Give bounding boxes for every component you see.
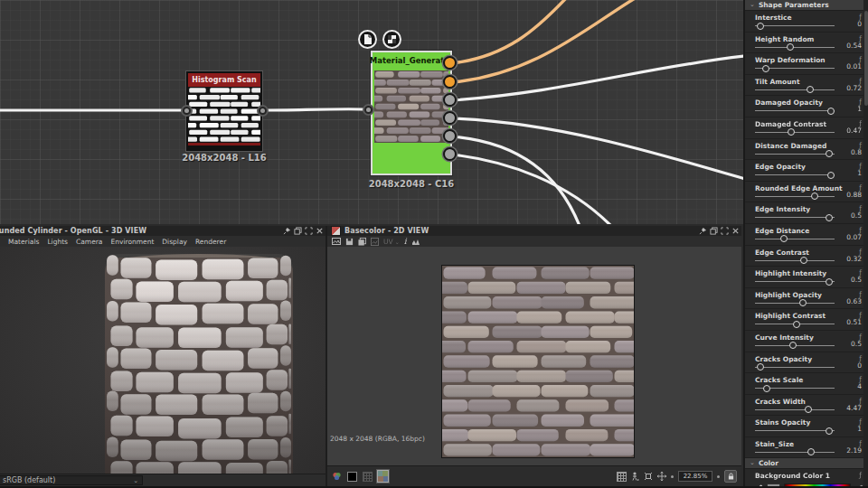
material-generator-input-connector[interactable] [363, 104, 374, 116]
slider-knob[interactable] [789, 342, 797, 349]
param-slider[interactable] [755, 341, 835, 350]
menu-lights[interactable]: Lights [47, 238, 68, 246]
slider-knob[interactable] [793, 321, 800, 328]
panel-scrollbar[interactable] [863, 0, 868, 488]
slider-knob[interactable] [787, 43, 794, 51]
histogram-scan-output-connector[interactable] [257, 105, 269, 117]
export-image-icon[interactable] [332, 237, 341, 246]
histogram-scan-input-connector[interactable] [181, 105, 193, 117]
param-slider[interactable] [755, 170, 835, 179]
slider-knob[interactable] [805, 406, 812, 413]
slider-knob[interactable] [763, 385, 770, 392]
3d-view-header[interactable]: Rounded Cylinder - OpenGL - 3D VIEW [0, 226, 326, 236]
param-slider[interactable] [755, 192, 835, 201]
node-material-generator[interactable]: Material_Generator [371, 51, 452, 175]
param-slider[interactable] [755, 319, 835, 328]
param-slider[interactable] [755, 298, 835, 307]
pin-icon[interactable] [699, 227, 707, 235]
param-slider[interactable] [755, 85, 835, 94]
menu-camera[interactable]: Camera [76, 238, 102, 246]
menu-display[interactable]: Display [162, 238, 187, 246]
param-slider[interactable] [755, 256, 835, 265]
slider-knob[interactable] [807, 86, 814, 93]
pose-icon[interactable] [631, 472, 639, 481]
zoom-out-button[interactable] [671, 475, 674, 478]
2d-viewport[interactable]: 2048 x 2048 (RGBA, 16bpc) [327, 247, 741, 465]
param-slider[interactable] [755, 405, 835, 414]
uv-dropdown[interactable]: UV⌄ [383, 237, 400, 246]
slider-knob[interactable] [800, 257, 807, 264]
param-slider[interactable] [755, 426, 835, 435]
material-generator-output-ao[interactable] [443, 147, 457, 161]
2d-view-header[interactable]: Basecolor - 2D VIEW [327, 226, 741, 236]
param-slider[interactable] [755, 447, 835, 456]
node-material-generator-thumbnail[interactable] [374, 70, 448, 143]
param-slider[interactable] [755, 362, 835, 371]
node-graph-canvas[interactable]: Histogram Scan 2048x2048 - L16 Material_… [0, 0, 743, 224]
function-icon[interactable]: ƒ [859, 471, 862, 479]
material-generator-output-basecolor[interactable] [443, 56, 457, 70]
close-icon[interactable] [731, 227, 740, 235]
close-icon[interactable] [316, 227, 324, 235]
slider-knob[interactable] [827, 172, 835, 179]
param-slider[interactable] [755, 21, 835, 30]
node-histogram-scan-thumbnail[interactable] [188, 87, 260, 143]
slider-knob[interactable] [826, 427, 833, 435]
section-color[interactable]: ⌄ Color [745, 458, 868, 469]
section-shape-parameters[interactable]: ⌄ Shape Parameters [745, 0, 868, 11]
slider-knob[interactable] [757, 23, 764, 30]
lock-zoom-icon[interactable] [724, 470, 737, 483]
rgb-channels-icon[interactable] [331, 471, 343, 482]
document-badge-icon[interactable] [358, 30, 377, 49]
material-generator-output-height[interactable] [443, 129, 457, 143]
info-icon[interactable]: i [404, 237, 407, 246]
scrollbar-thumb[interactable] [864, 11, 868, 106]
maximize-icon[interactable] [305, 227, 313, 235]
slider-knob[interactable] [826, 214, 833, 221]
float-window-icon[interactable] [710, 227, 718, 235]
float-window-icon[interactable] [294, 227, 302, 235]
param-slider[interactable] [755, 63, 835, 72]
slider-knob[interactable] [788, 128, 795, 136]
pin-icon[interactable] [283, 227, 291, 235]
copy-image-icon[interactable] [358, 237, 366, 246]
param-slider[interactable] [755, 383, 835, 392]
pixel-grid-icon[interactable] [617, 472, 627, 481]
param-slider[interactable] [755, 106, 835, 115]
slider-knob[interactable] [826, 150, 833, 157]
param-slider[interactable] [755, 127, 835, 136]
fit-view-icon[interactable] [644, 472, 653, 481]
slider-knob[interactable] [807, 448, 815, 455]
tiling-toggle-icon[interactable] [377, 471, 389, 482]
zoom-level-field[interactable]: 22.85% [678, 471, 712, 482]
node-histogram-scan[interactable]: Histogram Scan [186, 71, 262, 151]
param-slider[interactable] [755, 149, 835, 158]
slider-knob[interactable] [757, 363, 764, 371]
colorspace-dropdown[interactable]: sRGB (default) ⌄ [0, 475, 143, 485]
grid-toggle-icon[interactable] [362, 471, 373, 482]
param-slider[interactable] [755, 212, 835, 221]
menu-materials[interactable]: Materials [8, 238, 39, 246]
param-slider[interactable] [755, 234, 835, 243]
menu-renderer[interactable]: Renderer [195, 238, 226, 246]
maximize-icon[interactable] [721, 227, 729, 235]
save-image-icon[interactable] [345, 237, 354, 246]
material-generator-output-normal[interactable] [443, 75, 457, 89]
checker-badge-icon[interactable] [382, 30, 401, 49]
node-histogram-scan-header[interactable]: Histogram Scan [188, 73, 260, 87]
pan-icon[interactable] [657, 472, 666, 481]
histogram-icon[interactable] [411, 237, 420, 246]
menu-environment[interactable]: Environment [110, 238, 154, 246]
param-slider[interactable] [755, 277, 835, 286]
slider-knob[interactable] [799, 299, 807, 306]
slider-knob[interactable] [826, 278, 833, 286]
slider-knob[interactable] [780, 235, 788, 242]
slider-knob[interactable] [827, 108, 835, 115]
param-slider[interactable] [755, 42, 835, 52]
material-generator-output-roughness[interactable] [443, 93, 457, 107]
zoom-in-button[interactable] [717, 475, 720, 478]
material-generator-output-metallic[interactable] [443, 111, 457, 125]
alpha-channel-icon[interactable] [346, 471, 358, 482]
3d-viewport[interactable] [0, 247, 326, 474]
node-material-generator-title[interactable]: Material_Generator [373, 52, 450, 68]
